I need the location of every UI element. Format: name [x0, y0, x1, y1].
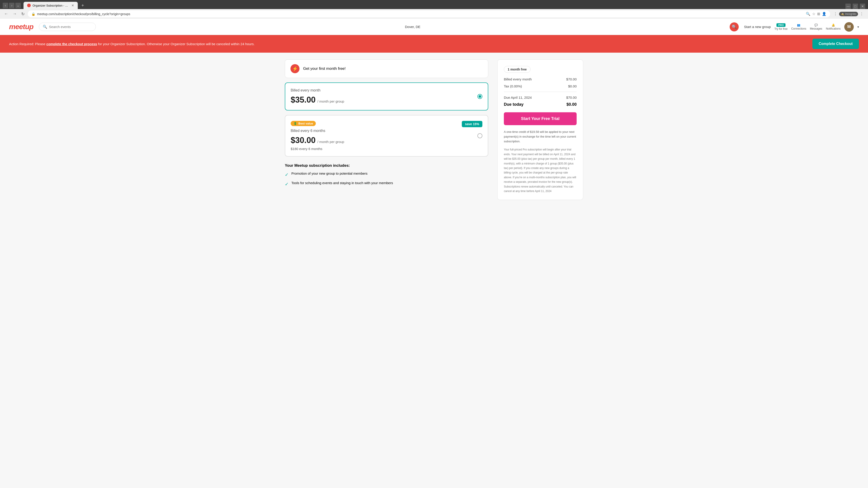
location-display: Dover, DE — [101, 25, 724, 29]
search-input[interactable] — [49, 25, 92, 29]
menu-icon: ⋮ — [860, 12, 864, 16]
pro-badge: PRO — [776, 23, 785, 27]
bookmark-icon: ☆ — [812, 12, 815, 16]
main-content: ⚡ Get your first month free! Billed ever… — [276, 53, 592, 209]
address-bar-icons: 🔍 ☆ ⊞ 👤 — [806, 12, 827, 16]
back-button[interactable]: ‹ — [3, 3, 8, 8]
tab-title: Organizer Subscription - Billing... — [33, 4, 70, 7]
avatar-chevron[interactable]: ▾ — [857, 25, 859, 29]
avatar[interactable]: M — [844, 22, 854, 32]
check-icon-2: ✓ — [285, 182, 289, 187]
monthly-price-per: / month per group — [317, 99, 344, 103]
subscription-includes: Your Meetup subscription includes: ✓ Pro… — [285, 163, 488, 187]
tab-close-button[interactable]: ✕ — [71, 4, 74, 7]
profile-icon: 👤 — [822, 12, 827, 16]
free-month-banner: ⚡ Get your first month free! — [285, 59, 488, 78]
search-submit-button[interactable]: 🔍 — [730, 22, 739, 31]
back-nav-button[interactable]: ← — [3, 11, 9, 17]
due-date-label: Due April 11, 2024 — [504, 96, 532, 99]
connections-nav-item[interactable]: 👥 Connections — [791, 24, 806, 30]
messages-icon: 💬 — [814, 24, 818, 27]
dollar-icon: 💲 — [293, 122, 297, 125]
checkout-link[interactable]: complete the checkout process — [46, 42, 97, 46]
summary-divider — [504, 92, 577, 92]
sixmonth-billing-option[interactable]: 💲 Best value Billed every 6 months save … — [285, 115, 488, 157]
legal-text: Your full-priced Pro subscription will b… — [504, 147, 577, 193]
search-bar[interactable]: 🔍 — [39, 23, 96, 31]
feature-text-2: Tools for scheduling events and staying … — [291, 181, 393, 185]
maximize-button[interactable]: □ — [852, 4, 858, 9]
start-group-link[interactable]: Start a new group — [744, 25, 771, 29]
header-nav: Start a new group PRO Try for free 👥 Con… — [744, 22, 859, 32]
extensions-icon: ⋮ — [834, 12, 837, 16]
alert-banner: Action Required: Please complete the che… — [0, 35, 868, 53]
start-trial-button[interactable]: Start Your Free Trial — [504, 112, 577, 125]
recent-tabs-button[interactable]: ⌄ — [16, 3, 21, 8]
notifications-icon: 🔔 — [832, 24, 835, 27]
monthly-radio[interactable] — [477, 94, 483, 99]
billed-monthly-value: $70.00 — [566, 77, 577, 81]
tax-row: Tax (0.00%) $0.00 — [504, 84, 577, 88]
sixmonth-option-label: Billed every 6 months — [291, 129, 325, 133]
right-panel: 1 month free Billed every month $70.00 T… — [497, 59, 583, 200]
save-badge: save 15% — [462, 121, 483, 127]
billed-monthly-row: Billed every month $70.00 — [504, 77, 577, 81]
forward-button[interactable]: › — [9, 3, 14, 8]
sixmonth-price-row: $30.00 / month per group — [291, 135, 483, 145]
alert-message: Action Required: Please complete the che… — [9, 42, 254, 46]
pro-try-text: Try for free — [774, 27, 787, 31]
browser-right-icons: ⋮ 🕵 Incognito ⋮ — [832, 12, 865, 16]
address-bar[interactable]: 🔒 meetup.com/subscription/checkout/pro/b… — [28, 10, 830, 18]
feature-text-1: Promotion of your new group to potential… — [291, 171, 368, 175]
search-lens-icon: 🔍 — [806, 12, 810, 16]
due-date-row: Due April 11, 2024 $70.00 — [504, 96, 577, 99]
due-today-row: Due today $0.00 — [504, 102, 577, 107]
notifications-nav-item[interactable]: 🔔 Notifications — [826, 24, 841, 30]
fine-print: A one-time credit of $19.58 will be appl… — [504, 130, 577, 144]
address-bar-row: ← → ↻ 🔒 meetup.com/subscription/checkout… — [0, 9, 868, 19]
incognito-icon: 🕵 — [841, 12, 844, 15]
feature-item-2: ✓ Tools for scheduling events and stayin… — [285, 181, 488, 187]
site-header: meetup 🔍 Dover, DE 🔍 Start a new group P… — [0, 19, 868, 35]
sixmonth-total: $180 every 6 months — [291, 147, 483, 151]
pro-try-wrap[interactable]: PRO Try for free — [774, 23, 787, 31]
tab-favicon — [27, 4, 31, 7]
alert-after: for your Organizer Subscription. Otherwi… — [98, 42, 255, 46]
subscription-includes-heading: Your Meetup subscription includes: — [285, 163, 488, 168]
left-panel: ⚡ Get your first month free! Billed ever… — [285, 59, 488, 200]
due-today-label: Due today — [504, 102, 524, 107]
meetup-logo[interactable]: meetup — [9, 23, 33, 31]
sixmonth-radio[interactable] — [477, 133, 483, 138]
active-tab[interactable]: Organizer Subscription - Billing... ✕ — [24, 2, 78, 9]
billed-monthly-label: Billed every month — [504, 77, 532, 81]
extension-icon: ⊞ — [817, 12, 820, 16]
best-value-badge: 💲 Best value — [291, 121, 316, 126]
minimize-button[interactable]: — — [845, 4, 851, 9]
browser-chrome: ‹ › ⌄ Organizer Subscription - Billing..… — [0, 0, 868, 19]
url-text: meetup.com/subscription/checkout/pro/bil… — [37, 12, 804, 16]
free-month-text: Get your first month free! — [303, 66, 346, 71]
tax-value: $0.00 — [568, 84, 577, 88]
forward-nav-button[interactable]: → — [11, 11, 18, 17]
refresh-button[interactable]: ↻ — [20, 11, 26, 18]
tax-label: Tax (0.00%) — [504, 84, 522, 88]
sixmonth-price-amount: $30.00 — [291, 135, 315, 145]
complete-checkout-button[interactable]: Complete Checkout — [812, 39, 859, 49]
incognito-badge: 🕵 Incognito — [839, 12, 858, 16]
sixmonth-price-per: / month per group — [317, 140, 344, 144]
new-tab-button[interactable]: + — [81, 2, 85, 9]
monthly-price-amount: $35.00 — [291, 95, 315, 105]
tab-bar: ‹ › ⌄ Organizer Subscription - Billing..… — [0, 0, 868, 9]
messages-label: Messages — [810, 27, 822, 30]
alert-before: Action Required: Please — [9, 42, 45, 46]
messages-nav-item[interactable]: 💬 Messages — [810, 24, 822, 30]
monthly-option-label: Billed every month — [291, 88, 483, 92]
lightning-icon: ⚡ — [290, 64, 300, 73]
close-button[interactable]: ✕ — [860, 4, 865, 9]
notifications-label: Notifications — [826, 27, 841, 30]
connections-icon: 👥 — [797, 24, 800, 27]
summary-card: 1 month free Billed every month $70.00 T… — [497, 59, 583, 200]
feature-item-1: ✓ Promotion of your new group to potenti… — [285, 171, 488, 177]
due-date-value: $70.00 — [566, 96, 577, 99]
monthly-billing-option[interactable]: Billed every month $35.00 / month per gr… — [285, 83, 488, 110]
